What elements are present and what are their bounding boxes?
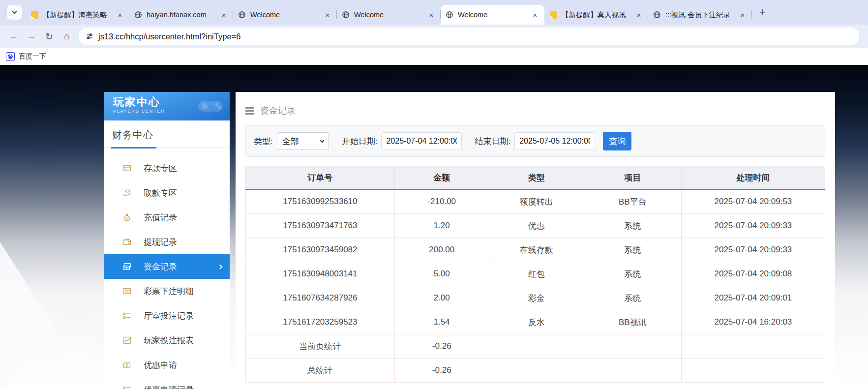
- tab-close-icon[interactable]: ×: [116, 10, 124, 19]
- start-date-label: 开始日期:: [342, 136, 378, 147]
- table-row: 17516309734717631.20优惠系统2025-07-04 20:09…: [246, 214, 825, 238]
- globe-favicon: [238, 11, 246, 19]
- tab-close-icon[interactable]: ×: [634, 10, 643, 19]
- tab-close-icon[interactable]: ×: [219, 10, 228, 19]
- chevron-down-icon: [12, 9, 17, 14]
- sidebar-section-title: 财务中心: [104, 120, 230, 142]
- browser-tab[interactable]: haiyan.hfanax.com×: [129, 5, 233, 25]
- table-row: 1751630973459082200.00在线存款系统2025-07-04 2…: [246, 238, 825, 262]
- reload-button[interactable]: ↻: [40, 28, 58, 45]
- chevron-right-icon: [218, 264, 223, 269]
- search-button[interactable]: 查询: [603, 132, 631, 150]
- sidebar-item-优惠申请[interactable]: ¥优惠申请: [104, 353, 230, 377]
- table-cell: -210.00: [394, 190, 489, 214]
- sidebar-item-label: 优惠申请: [144, 359, 177, 371]
- table-row: 17516172032595231.54反水BB视讯2025-07-04 16:…: [246, 310, 825, 334]
- browser-tab[interactable]: Welcome×: [233, 5, 337, 25]
- table-cell: 2025-07-04 20:09:33: [681, 238, 825, 262]
- sidebar-item-玩家投注报表[interactable]: 玩家投注报表: [104, 328, 230, 353]
- sidebar-item-资金记录[interactable]: ¥资金记录: [104, 254, 230, 279]
- hamburger-menu-icon[interactable]: [245, 107, 254, 115]
- back-button[interactable]: ←: [5, 28, 23, 45]
- table-row: 总统计-0.26: [246, 359, 825, 383]
- globe-favicon: [134, 11, 142, 19]
- sidebar-menu: 存款专区取款专区¥充值记录提现记录¥资金记录彩票下注明细厅室投注记录玩家投注报表…: [104, 148, 230, 389]
- table-cell: 2025-07-04 16:20:03: [681, 310, 825, 334]
- sidebar-item-label: 资金记录: [144, 261, 177, 272]
- home-button[interactable]: ⌂: [58, 28, 76, 45]
- table-column-header: 项目: [584, 166, 681, 190]
- tab-title: haiyan.hfanax.com: [147, 11, 216, 19]
- tab-close-icon[interactable]: ×: [323, 10, 332, 19]
- sidebar-item-优惠申请记录[interactable]: 优惠申请记录: [104, 377, 230, 389]
- browser-tab[interactable]: 【新提醒】真人视讯×: [544, 5, 648, 25]
- funds-record-table: 订单号金额类型项目处理时间 1751630992533610-210.00额度转…: [245, 166, 825, 383]
- chevron-down-icon: [320, 138, 324, 142]
- promo-gift-icon: ¥: [122, 360, 132, 370]
- sidebar-item-充值记录[interactable]: ¥充值记录: [104, 205, 230, 230]
- bookmarks-bar: 百度一下: [0, 48, 868, 65]
- sidebar-item-label: 充值记录: [144, 212, 177, 223]
- sidebar-item-存款专区[interactable]: 存款专区: [104, 156, 230, 180]
- funds-record-panel: 资金记录 类型: 全部 开始日期: 结束日期: 查询 订单号金额类型项目处理时间: [236, 92, 835, 389]
- background-art-triangle: [0, 193, 113, 389]
- forward-button[interactable]: →: [23, 28, 40, 45]
- start-date-input[interactable]: [381, 132, 462, 150]
- tab-close-icon[interactable]: ×: [427, 10, 436, 19]
- svg-text:¥: ¥: [126, 217, 128, 220]
- tab-strip-tabs: 【新提醒】海燕策略×haiyan.hfanax.com×Welcome×Welc…: [26, 5, 752, 25]
- bookmark-baidu[interactable]: 百度一下: [6, 52, 46, 61]
- table-cell: 2025-07-04 20:09:08: [681, 262, 825, 286]
- table-column-header: 类型: [489, 166, 584, 190]
- recharge-moneybag-icon: ¥: [122, 212, 132, 222]
- new-tab-button[interactable]: +: [755, 5, 770, 20]
- table-row: 1751630992533610-210.00额度转出BB平台2025-07-0…: [246, 190, 825, 214]
- table-cell: 1751607634287926: [246, 286, 395, 310]
- table-cell: 2025-07-04 20:09:53: [681, 190, 825, 214]
- tab-close-icon[interactable]: ×: [738, 10, 747, 19]
- table-cell: 优惠: [489, 214, 584, 238]
- address-bar[interactable]: js13.cc/hhcp/usercenter.html?iniType=6: [79, 28, 859, 45]
- tab-strip: 【新提醒】海燕策略×haiyan.hfanax.com×Welcome×Welc…: [0, 0, 868, 25]
- player-center-sidebar: 玩家中心 PLAYERS CENTER 财务中心 存款专区取款专区¥充值记录提现…: [104, 92, 230, 389]
- site-info-icon[interactable]: [86, 32, 93, 40]
- browser-tab[interactable]: :::视讯 会员下注纪录×: [648, 5, 752, 25]
- type-filter-label: 类型:: [254, 136, 273, 147]
- table-cell: 反水: [489, 310, 584, 334]
- tab-title: 【新提醒】真人视讯: [562, 10, 631, 20]
- sidebar-item-提现记录[interactable]: 提现记录: [104, 230, 230, 254]
- table-cell: 1751630992533610: [246, 190, 395, 214]
- browser-window: 【新提醒】海燕策略×haiyan.hfanax.com×Welcome×Welc…: [0, 0, 868, 389]
- table-cell: 1751630973459082: [246, 238, 395, 262]
- tab-title: Welcome: [354, 11, 424, 19]
- table-cell: 系统: [584, 286, 681, 310]
- table-column-header: 金额: [394, 166, 489, 190]
- sidebar-item-取款专区[interactable]: 取款专区: [104, 180, 230, 205]
- table-cell: 1751630973471763: [246, 214, 395, 238]
- sidebar-item-厅室投注记录[interactable]: 厅室投注记录: [104, 303, 230, 328]
- end-date-input[interactable]: [514, 132, 595, 150]
- tab-close-icon[interactable]: ×: [531, 10, 539, 19]
- url-text: js13.cc/hhcp/usercenter.html?iniType=6: [98, 32, 240, 41]
- end-date-label: 结束日期:: [475, 136, 510, 147]
- sidebar-banner: 玩家中心 PLAYERS CENTER: [104, 92, 230, 120]
- browser-tab[interactable]: Welcome×: [337, 5, 441, 25]
- page-background: 玩家中心 PLAYERS CENTER 财务中心 存款专区取款专区¥充值记录提现…: [0, 65, 868, 389]
- sidebar-item-彩票下注明细[interactable]: 彩票下注明细: [104, 279, 230, 303]
- tab-search-button[interactable]: [7, 5, 22, 20]
- table-cell: BB平台: [584, 190, 681, 214]
- svg-text:¥: ¥: [125, 266, 127, 269]
- type-select-value: 全部: [282, 136, 299, 147]
- sidebar-item-label: 提现记录: [144, 237, 177, 248]
- table-cell: 额度转出: [489, 190, 584, 214]
- table-cell: 红包: [489, 262, 584, 286]
- sidebar-item-label: 玩家投注报表: [144, 335, 194, 346]
- sidebar-item-label: 优惠申请记录: [144, 384, 194, 389]
- table-cell: 在线存款: [489, 238, 584, 262]
- browser-tab[interactable]: Welcome×: [441, 5, 544, 25]
- browser-tab[interactable]: 【新提醒】海燕策略×: [26, 5, 129, 25]
- tab-title: :::视讯 会员下注纪录: [665, 10, 735, 20]
- table-cell: 5.00: [394, 262, 489, 286]
- type-select[interactable]: 全部: [277, 132, 329, 150]
- tab-title: Welcome: [458, 11, 528, 19]
